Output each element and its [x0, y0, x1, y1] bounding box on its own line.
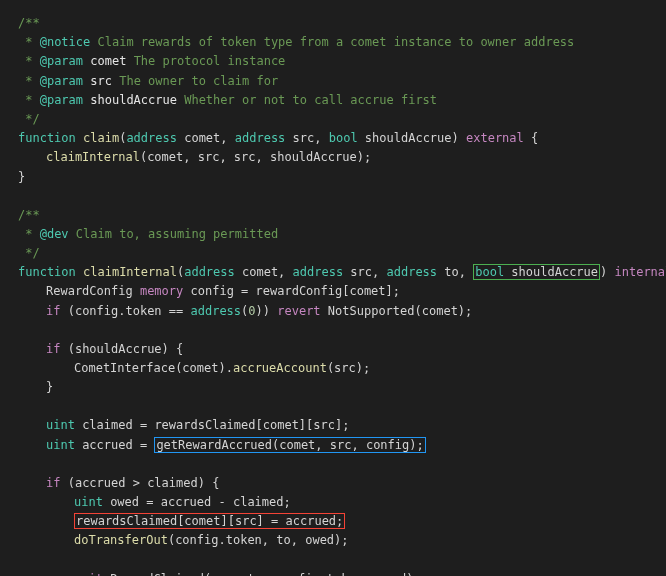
- visibility: external: [466, 131, 524, 145]
- type-name: RewardConfig: [46, 284, 140, 298]
- doc-tag-notice: @notice: [40, 35, 91, 49]
- type-address: address: [191, 304, 242, 318]
- brace: }: [46, 380, 53, 394]
- param-name: comet: [83, 54, 126, 68]
- type-address: address: [387, 265, 438, 279]
- comment-star: *: [18, 227, 40, 241]
- doc-tag-param: @param: [40, 74, 83, 88]
- param: to,: [437, 265, 473, 279]
- brace: {: [524, 131, 538, 145]
- expr: CometInterface(comet).: [74, 361, 233, 375]
- args: (config.token, to, owed);: [168, 533, 349, 547]
- visibility: internal: [614, 265, 666, 279]
- highlight-blue: getRewardAccrued(comet, src, config);: [154, 437, 425, 453]
- type-address: address: [293, 265, 344, 279]
- keyword-function: function: [18, 265, 76, 279]
- fn-name-claim-internal: claimInternal: [76, 265, 177, 279]
- type-uint: uint: [46, 418, 75, 432]
- highlight-red: rewardsClaimed[comet][src] = accrued;: [74, 513, 345, 529]
- comment-text: Claim to, assuming permitted: [69, 227, 279, 241]
- param: shouldAccrue: [504, 265, 598, 279]
- comment-open: /**: [18, 16, 40, 30]
- code-block: /** * @notice Claim rewards of token typ…: [18, 14, 648, 576]
- param: shouldAccrue): [358, 131, 466, 145]
- type-bool: bool: [475, 265, 504, 279]
- param-name: shouldAccrue: [83, 93, 177, 107]
- keyword-function: function: [18, 131, 76, 145]
- comment-star: *: [18, 54, 40, 68]
- comment-close: */: [18, 246, 40, 260]
- doc-tag-dev: @dev: [40, 227, 69, 241]
- paren: )): [256, 304, 278, 318]
- keyword-if: if: [46, 476, 60, 490]
- param: comet,: [235, 265, 293, 279]
- type-address: address: [184, 265, 235, 279]
- comment-close: */: [18, 112, 40, 126]
- expr: (config.token ==: [60, 304, 190, 318]
- args: (src);: [327, 361, 370, 375]
- fn-call: claimInternal: [46, 150, 140, 164]
- comment-text: Claim rewards of token type from a comet…: [90, 35, 574, 49]
- comment-open: /**: [18, 208, 40, 222]
- comment-star: *: [18, 93, 40, 107]
- param: comet,: [177, 131, 235, 145]
- expr: (shouldAccrue) {: [60, 342, 183, 356]
- doc-tag-param: @param: [40, 54, 83, 68]
- args: (comet, src, src, shouldAccrue);: [140, 150, 371, 164]
- keyword-memory: memory: [140, 284, 183, 298]
- expr: RewardClaimed(src, to, config.token, owe…: [103, 572, 421, 577]
- stmt: owed = accrued - claimed;: [103, 495, 291, 509]
- type-uint: uint: [74, 495, 103, 509]
- highlight-green: bool shouldAccrue: [473, 264, 600, 280]
- fn-name-claim: claim: [76, 131, 119, 145]
- expr: NotSupported(comet);: [321, 304, 473, 318]
- number: 0: [248, 304, 255, 318]
- paren: ): [600, 265, 614, 279]
- comment-star: *: [18, 35, 40, 49]
- fn-call: accrueAccount: [233, 361, 327, 375]
- fn-call: doTransferOut: [74, 533, 168, 547]
- doc-tag-param: @param: [40, 93, 83, 107]
- brace: }: [18, 170, 25, 184]
- type-address: address: [126, 131, 177, 145]
- type-bool: bool: [329, 131, 358, 145]
- keyword-revert: revert: [277, 304, 320, 318]
- stmt: accrued =: [75, 438, 154, 452]
- keyword-emit: emit: [74, 572, 103, 577]
- type-address: address: [235, 131, 286, 145]
- param: src,: [285, 131, 328, 145]
- keyword-if: if: [46, 304, 60, 318]
- comment-text: The protocol instance: [126, 54, 285, 68]
- expr: (accrued > claimed) {: [60, 476, 219, 490]
- comment-text: Whether or not to call accrue first: [177, 93, 437, 107]
- stmt: claimed = rewardsClaimed[comet][src];: [75, 418, 350, 432]
- param-name: src: [83, 74, 112, 88]
- stmt: config = rewardConfig[comet];: [183, 284, 400, 298]
- param: src,: [343, 265, 386, 279]
- comment-star: *: [18, 74, 40, 88]
- keyword-if: if: [46, 342, 60, 356]
- comment-text: The owner to claim for: [112, 74, 278, 88]
- type-uint: uint: [46, 438, 75, 452]
